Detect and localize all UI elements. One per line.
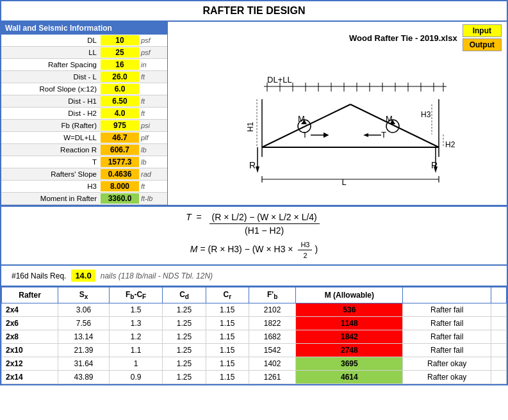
col-blank1 <box>403 287 491 303</box>
row-unit: psi <box>139 122 165 129</box>
data-row: Dist - H1 6.50 ft <box>1 95 167 108</box>
cr-cell: 1.15 <box>206 371 249 384</box>
data-row: Rafters' Slope 0.4636 rad <box>1 168 167 181</box>
row-value: 26.0 <box>101 72 139 82</box>
row-label: DL <box>4 36 101 44</box>
formula-M-text: M = (R × H3) − (W × H3 × H32) <box>190 241 318 259</box>
data-row: Fb (Rafter) 975 psi <box>1 120 167 132</box>
row-label: Moment in Rafter <box>4 195 101 202</box>
sx-cell: 31.64 <box>58 357 110 371</box>
row-label: Dist - H2 <box>4 109 101 117</box>
table-row: 2x12 31.64 1 1.25 1.15 1402 3695 Rafter … <box>2 357 507 371</box>
formula-T: T = (R × L/2) − (W × L/2 × L/4) (H1 − H2… <box>186 212 322 236</box>
row-unit: ft <box>139 109 165 117</box>
row-unit: lb <box>139 146 165 154</box>
formula-M: M = (R × H3) − (W × H3 × H32) <box>190 241 318 259</box>
right-top-header: Wood Rafter Tie - 2019.xlsx Input Output <box>168 22 507 54</box>
row-value: 975 <box>101 120 139 131</box>
col-fpb: F'b <box>249 287 295 303</box>
left-panel-header: Wall and Seismic Information <box>1 22 167 35</box>
rafter-cell: 2x10 <box>2 344 58 357</box>
row-unit: rad <box>139 170 165 178</box>
data-row: Rafter Spacing 16 in <box>1 59 167 71</box>
row-value: 3360.0 <box>101 193 139 204</box>
data-row: T 1577.3 lb <box>1 156 167 168</box>
row-value: 8.000 <box>101 181 139 191</box>
page-title: RAFTER TIE DESIGN <box>1 1 507 22</box>
row-value: 0.4636 <box>101 169 139 179</box>
row-label: Fb (Rafter) <box>4 122 101 129</box>
right-panel: Wood Rafter Tie - 2019.xlsx Input Output… <box>168 22 507 205</box>
data-row: H3 8.000 ft <box>1 181 167 193</box>
row-label: Rafters' Slope <box>4 170 101 178</box>
data-row: W=DL+LL 46.7 plf <box>1 132 167 144</box>
row-value: 4.0 <box>101 108 139 118</box>
fpb-cell: 1822 <box>249 317 295 330</box>
row-value: 6.0 <box>101 84 139 94</box>
row-label: Dist - H1 <box>4 97 101 105</box>
col-blank2 <box>491 287 506 303</box>
row-value: 1577.3 <box>101 157 139 167</box>
nails-label: #16d Nails Req. <box>12 271 66 280</box>
result-cell: Rafter okay <box>403 371 491 384</box>
blank-cell <box>491 357 506 371</box>
row-unit: in <box>139 61 165 69</box>
rafter-cell: 2x8 <box>2 330 58 344</box>
diagram-area: DL+LL <box>168 54 507 205</box>
sx-cell: 3.06 <box>58 303 110 317</box>
cr-cell: 1.15 <box>206 317 249 330</box>
fpb-cell: 1402 <box>249 357 295 371</box>
data-row: LL 25 psf <box>1 47 167 59</box>
row-unit: ft <box>139 73 165 81</box>
table-row: 2x6 7.56 1.3 1.25 1.15 1822 1148 Rafter … <box>2 317 507 330</box>
result-cell: Rafter fail <box>403 330 491 344</box>
row-label: T <box>4 158 101 166</box>
output-button[interactable]: Output <box>463 38 502 51</box>
fbcf-cell: 1.2 <box>109 330 163 344</box>
table-row: 2x4 3.06 1.5 1.25 1.15 2102 536 Rafter f… <box>2 303 507 317</box>
buttons-area: Input Output <box>463 24 502 51</box>
cr-cell: 1.15 <box>206 344 249 357</box>
row-unit: plf <box>139 134 165 141</box>
fbcf-cell: 1.3 <box>109 317 163 330</box>
col-cr: Cr <box>206 287 249 303</box>
nails-section: #16d Nails Req. 14.0 nails (118 lb/nail … <box>1 264 507 286</box>
svg-text:T: T <box>381 130 386 140</box>
page-wrapper: RAFTER TIE DESIGN Wall and Seismic Infor… <box>0 0 508 385</box>
cr-cell: 1.15 <box>206 330 249 344</box>
rafter-diagram: DL+LL <box>203 74 472 186</box>
table-row: 2x14 43.89 0.9 1.25 1.15 1261 4614 Rafte… <box>2 371 507 384</box>
cd-cell: 1.25 <box>163 357 206 371</box>
sx-cell: 7.56 <box>58 317 110 330</box>
result-cell: Rafter fail <box>403 303 491 317</box>
data-row: Dist - H2 4.0 ft <box>1 108 167 120</box>
data-row: Roof Slope (x:12) 6.0 <box>1 83 167 95</box>
fbcf-cell: 0.9 <box>109 371 163 384</box>
top-section: Wall and Seismic Information DL 10 psf L… <box>1 22 507 206</box>
row-value: 25 <box>101 47 139 58</box>
svg-marker-41 <box>256 166 259 173</box>
row-unit: psf <box>139 36 165 44</box>
cr-cell: 1.15 <box>206 303 249 317</box>
sx-cell: 21.39 <box>58 344 110 357</box>
input-button[interactable]: Input <box>463 24 502 37</box>
result-cell: Rafter fail <box>403 317 491 330</box>
svg-text:R: R <box>249 160 256 170</box>
formula-section: T = (R × L/2) − (W × L/2 × L/4) (H1 − H2… <box>1 206 507 264</box>
left-panel: Wall and Seismic Information DL 10 psf L… <box>1 22 168 205</box>
fpb-cell: 2102 <box>249 303 295 317</box>
data-row: DL 10 psf <box>1 35 167 47</box>
row-label: Rafter Spacing <box>4 61 101 69</box>
data-row: Reaction R 606.7 lb <box>1 144 167 156</box>
fbcf-cell: 1.5 <box>109 303 163 317</box>
blank-cell <box>491 317 506 330</box>
svg-text:L: L <box>341 177 346 186</box>
row-unit: ft-lb <box>139 195 165 202</box>
rafter-cell: 2x14 <box>2 371 58 384</box>
fbcf-cell: 1 <box>109 357 163 371</box>
results-table: Rafter Sx Fb-CF Cd Cr F'b M (Allowable) … <box>1 287 507 384</box>
col-mallowable: M (Allowable) <box>296 287 403 303</box>
col-fbcf: Fb-CF <box>109 287 163 303</box>
row-label: W=DL+LL <box>4 134 101 141</box>
mallowable-cell: 3695 <box>296 357 403 371</box>
